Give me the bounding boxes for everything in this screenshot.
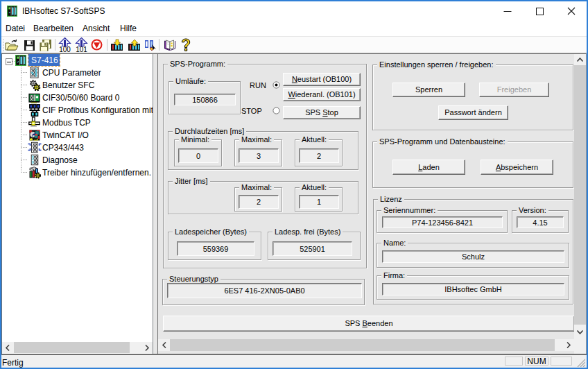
- svg-text:101: 101: [76, 46, 87, 53]
- svg-text:100: 100: [59, 46, 71, 53]
